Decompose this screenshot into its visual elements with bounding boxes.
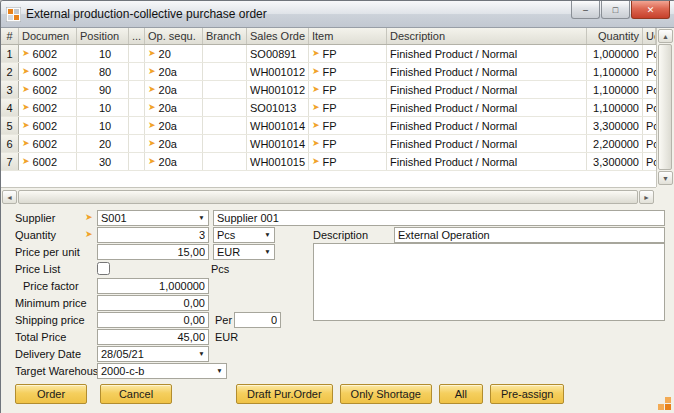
close-button[interactable]: ✕ <box>631 1 670 19</box>
titlebar[interactable]: External production-collective purchase … <box>1 1 674 28</box>
minimize-button[interactable]: – <box>571 1 600 19</box>
scroll-down-icon[interactable]: ▼ <box>658 171 673 185</box>
vertical-scrollbar[interactable]: ▲ ▼ <box>656 28 673 187</box>
link-arrow-icon[interactable]: ➤ <box>312 121 320 130</box>
dots-cell[interactable] <box>129 153 145 170</box>
link-arrow-icon[interactable]: ➤ <box>22 103 30 112</box>
column-header-dots[interactable]: ... <box>129 28 145 44</box>
item-cell[interactable]: ➤FP <box>309 153 387 170</box>
link-arrow-icon[interactable]: ➤ <box>148 157 156 166</box>
position-cell[interactable]: 10 <box>77 99 129 116</box>
description-cell[interactable]: Finished Product / Normal <box>387 153 587 170</box>
price-per-unit-field[interactable] <box>97 244 209 260</box>
order-button[interactable]: Order <box>15 384 87 404</box>
currency-select[interactable]: EUR ▼ <box>213 244 275 260</box>
sales-order-cell[interactable]: WH001015 <box>247 153 309 170</box>
scroll-right-icon[interactable]: ► <box>639 190 654 204</box>
document-cell[interactable]: ➤6002 <box>19 81 77 98</box>
dots-cell[interactable] <box>129 99 145 116</box>
op-sequence-cell[interactable]: ➤20a <box>145 117 203 134</box>
dots-cell[interactable] <box>129 45 145 62</box>
op-sequence-cell[interactable]: ➤20a <box>145 99 203 116</box>
chevron-down-icon[interactable]: ▼ <box>261 231 274 238</box>
table-row[interactable]: 2 ➤6002 80 ➤20a WH001012 ➤FP Finished Pr… <box>1 63 656 81</box>
op-sequence-cell[interactable]: ➤20 <box>145 45 203 62</box>
item-cell[interactable]: ➤FP <box>309 99 387 116</box>
item-cell[interactable]: ➤FP <box>309 63 387 80</box>
quantity-cell[interactable]: 1,100000 <box>587 81 643 98</box>
row-number[interactable]: 3 <box>1 81 19 98</box>
row-number[interactable]: 7 <box>1 153 19 170</box>
item-cell[interactable]: ➤FP <box>309 81 387 98</box>
row-number[interactable]: 5 <box>1 117 19 134</box>
only-shortage-button[interactable]: Only Shortage <box>340 384 432 404</box>
chevron-down-icon[interactable]: ▼ <box>195 350 208 357</box>
price-factor-field[interactable] <box>97 278 209 294</box>
quantity-field[interactable] <box>97 227 209 243</box>
link-arrow-icon[interactable]: ➤ <box>85 213 97 222</box>
all-button[interactable]: All <box>439 384 483 404</box>
document-cell[interactable]: ➤6002 <box>19 135 77 152</box>
table-row[interactable]: 5 ➤6002 10 ➤20a WH001014 ➤FP Finished Pr… <box>1 117 656 135</box>
description-cell[interactable]: Finished Product / Normal <box>387 117 587 134</box>
position-cell[interactable]: 10 <box>77 117 129 134</box>
scroll-up-icon[interactable]: ▲ <box>658 29 673 43</box>
quantity-cell[interactable]: 1,000000 <box>587 45 643 62</box>
quantity-cell[interactable]: 1,100000 <box>587 63 643 80</box>
scroll-left-icon[interactable]: ◄ <box>2 190 17 204</box>
link-arrow-icon[interactable]: ➤ <box>22 49 30 58</box>
link-arrow-icon[interactable]: ➤ <box>148 121 156 130</box>
branch-cell[interactable] <box>203 45 247 62</box>
column-header-op-sequence[interactable]: Op. sequ. <box>145 28 203 44</box>
sales-order-cell[interactable]: WH001014 <box>247 135 309 152</box>
position-cell[interactable]: 80 <box>77 63 129 80</box>
column-header-branch[interactable]: Branch <box>203 28 247 44</box>
document-cell[interactable]: ➤6002 <box>19 99 77 116</box>
description-cell[interactable]: Finished Product / Normal <box>387 99 587 116</box>
op-sequence-cell[interactable]: ➤20a <box>145 81 203 98</box>
sales-order-cell[interactable]: WH001012 <box>247 63 309 80</box>
branch-cell[interactable] <box>203 135 247 152</box>
sales-order-cell[interactable]: WH001014 <box>247 117 309 134</box>
price-list-checkbox[interactable] <box>97 262 110 275</box>
description-cell[interactable]: Finished Product / Normal <box>387 81 587 98</box>
dots-cell[interactable] <box>129 117 145 134</box>
branch-cell[interactable] <box>203 81 247 98</box>
position-cell[interactable]: 20 <box>77 135 129 152</box>
branch-cell[interactable] <box>203 63 247 80</box>
column-header-description[interactable]: Description <box>387 28 587 44</box>
description-field[interactable] <box>394 227 665 243</box>
dots-cell[interactable] <box>129 81 145 98</box>
shipping-price-field[interactable] <box>97 312 209 328</box>
row-number[interactable]: 1 <box>1 45 19 62</box>
link-arrow-icon[interactable]: ➤ <box>312 85 320 94</box>
table-row[interactable]: 7 ➤6002 30 ➤20a WH001015 ➤FP Finished Pr… <box>1 153 656 171</box>
dots-cell[interactable] <box>129 63 145 80</box>
row-number[interactable]: 4 <box>1 99 19 116</box>
link-arrow-icon[interactable]: ➤ <box>312 103 320 112</box>
uom-cell[interactable]: Pcs <box>643 99 656 116</box>
sales-order-cell[interactable]: SO00891 <box>247 45 309 62</box>
link-arrow-icon[interactable]: ➤ <box>148 49 156 58</box>
op-sequence-cell[interactable]: ➤20a <box>145 63 203 80</box>
uom-cell[interactable]: Pcs <box>643 81 656 98</box>
position-cell[interactable]: 30 <box>77 153 129 170</box>
description-cell[interactable]: Finished Product / Normal <box>387 63 587 80</box>
quantity-uom-select[interactable]: Pcs ▼ <box>213 227 275 243</box>
chevron-down-icon[interactable]: ▼ <box>195 214 208 221</box>
link-arrow-icon[interactable]: ➤ <box>312 67 320 76</box>
item-cell[interactable]: ➤FP <box>309 45 387 62</box>
uom-cell[interactable]: Pcs <box>643 117 656 134</box>
position-cell[interactable]: 10 <box>77 45 129 62</box>
description-cell[interactable]: Finished Product / Normal <box>387 45 587 62</box>
supplier-select[interactable]: S001 ▼ <box>97 210 209 226</box>
total-price-field[interactable] <box>97 329 209 345</box>
dots-cell[interactable] <box>129 135 145 152</box>
link-arrow-icon[interactable]: ➤ <box>22 121 30 130</box>
supplier-name-field[interactable] <box>213 210 665 226</box>
sales-order-cell[interactable]: SO01013 <box>247 99 309 116</box>
link-arrow-icon[interactable]: ➤ <box>312 139 320 148</box>
link-arrow-icon[interactable]: ➤ <box>22 139 30 148</box>
delivery-date-select[interactable]: 28/05/21 ▼ <box>97 346 209 362</box>
document-cell[interactable]: ➤6002 <box>19 117 77 134</box>
